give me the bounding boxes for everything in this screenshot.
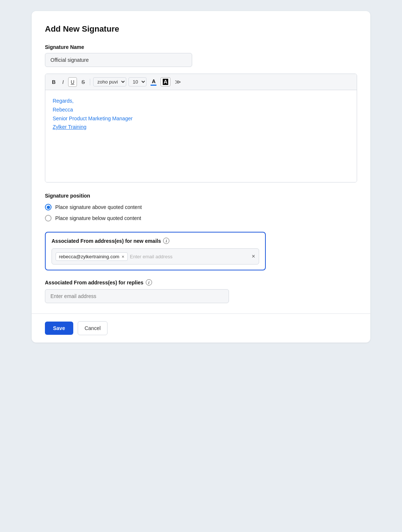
- more-toolbar-button[interactable]: ≫: [173, 77, 183, 87]
- font-highlight-label: A: [163, 79, 168, 85]
- underline-button[interactable]: U: [68, 77, 77, 87]
- editor-body[interactable]: Regards, Rebecca Senior Product Marketin…: [45, 90, 357, 182]
- radio-above-label: Place signature above quoted content: [55, 204, 142, 210]
- email-tag-remove[interactable]: ×: [121, 254, 124, 259]
- associated-new-info-icon[interactable]: i: [163, 238, 169, 244]
- font-size-select[interactable]: 10: [128, 77, 147, 86]
- bold-icon: B: [52, 79, 56, 85]
- associated-replies-input-wrapper: [45, 289, 229, 303]
- save-button[interactable]: Save: [45, 322, 73, 335]
- strikethrough-icon: S: [81, 79, 85, 85]
- associated-new-placeholder: Enter email address: [130, 254, 173, 259]
- email-tag-value: rebecca@zylkertraining.com: [59, 254, 119, 259]
- signature-position-group: Place signature above quoted content Pla…: [45, 204, 357, 221]
- page-title: Add New Signature: [45, 24, 357, 34]
- radio-above-circle[interactable]: [45, 204, 52, 210]
- sig-link[interactable]: Zylker Training: [53, 124, 87, 130]
- more-icon: ≫: [175, 78, 181, 85]
- signature-editor: B I U S zoho puvi 10 A A: [45, 74, 357, 182]
- italic-icon: I: [62, 79, 64, 85]
- associated-new-label: Associated From address(es) for new emai…: [52, 238, 259, 244]
- associated-new-box: Associated From address(es) for new emai…: [45, 232, 266, 270]
- sig-line-4: Zylker Training: [53, 123, 349, 132]
- footer-bar: Save Cancel: [32, 313, 370, 343]
- font-color-label: A: [152, 78, 155, 84]
- radio-below[interactable]: Place signature below quoted content: [45, 215, 357, 221]
- sig-line-1: Regards,: [53, 97, 349, 106]
- add-signature-card: Add New Signature Signature Name B I U S…: [32, 11, 370, 343]
- associated-replies-label: Associated From address(es) for replies …: [45, 279, 357, 285]
- font-color-button[interactable]: A: [149, 77, 158, 87]
- font-family-select[interactable]: zoho puvi: [93, 77, 126, 86]
- strikethrough-button[interactable]: S: [79, 78, 87, 86]
- radio-above[interactable]: Place signature above quoted content: [45, 204, 357, 210]
- sig-line-3: Senior Product Marketing Manager: [53, 114, 349, 123]
- clear-all-button[interactable]: ×: [252, 253, 255, 260]
- associated-replies-input[interactable]: [45, 289, 229, 303]
- bold-button[interactable]: B: [50, 78, 58, 86]
- signature-name-input[interactable]: [45, 53, 192, 67]
- underline-icon: U: [71, 79, 74, 85]
- font-color-bar: [151, 85, 156, 86]
- associated-new-input[interactable]: rebecca@zylkertraining.com × Enter email…: [52, 248, 259, 265]
- sig-line-2: Rebecca: [53, 106, 349, 114]
- font-highlight-button[interactable]: A: [161, 77, 170, 86]
- email-tag-rebecca: rebecca@zylkertraining.com ×: [56, 252, 128, 261]
- cancel-button[interactable]: Cancel: [78, 321, 108, 335]
- editor-toolbar: B I U S zoho puvi 10 A A: [45, 74, 357, 90]
- radio-below-label: Place signature below quoted content: [55, 215, 141, 221]
- radio-below-circle[interactable]: [45, 215, 52, 221]
- associated-replies-info-icon[interactable]: i: [146, 279, 152, 285]
- toolbar-divider: [90, 79, 90, 85]
- signature-name-label: Signature Name: [45, 44, 357, 50]
- italic-button[interactable]: I: [60, 78, 66, 86]
- associated-replies-section: Associated From address(es) for replies …: [45, 279, 357, 303]
- signature-position-label: Signature position: [45, 193, 357, 199]
